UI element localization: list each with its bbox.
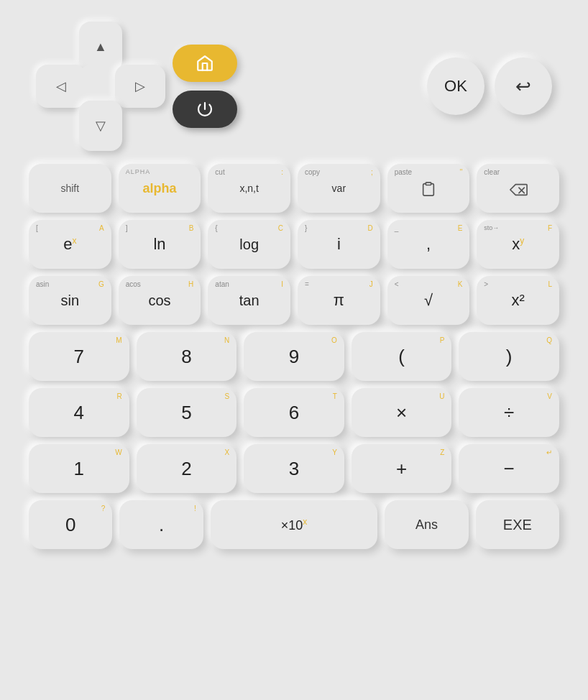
cut-top: cut <box>215 169 224 176</box>
key-1-label: 1 <box>74 459 84 478</box>
xy-label: xy <box>512 236 524 252</box>
key-3[interactable]: Y 3 <box>244 444 344 493</box>
key-6-label: 6 <box>289 403 299 422</box>
plus-button[interactable]: Z + <box>352 444 452 493</box>
dpad: ▲ ◁ ▷ ▽ <box>36 22 165 151</box>
tan-label: tan <box>239 293 259 308</box>
key-2-label: 2 <box>181 459 191 478</box>
comma-top: _ <box>395 225 399 232</box>
power-button[interactable] <box>173 91 237 128</box>
alpha-button[interactable]: ALPHA alpha <box>119 164 201 213</box>
lparen-alpha: P <box>440 337 445 344</box>
row-3: asin G sin acos H cos atan I tan = J π < <box>29 276 559 325</box>
i-bracket: } <box>305 225 307 232</box>
paste-top: paste <box>395 169 412 176</box>
x10x-button[interactable]: ×10x <box>211 500 378 549</box>
key-9-alpha: O <box>331 337 337 344</box>
xy-button[interactable]: sto→ F xy <box>477 220 559 269</box>
ln-alpha: B <box>189 225 194 232</box>
key-5-label: 5 <box>181 403 191 422</box>
right-top: OK ↩ <box>427 57 552 115</box>
key-8-label: 8 <box>181 347 191 366</box>
dpad-down-button[interactable]: ▽ <box>79 101 122 151</box>
cut-button[interactable]: cut : x,n,t <box>208 164 290 213</box>
exe-button[interactable]: EXE <box>476 500 559 549</box>
xy-top: sto→ <box>484 225 499 231</box>
home-button[interactable] <box>173 45 237 82</box>
mid-top <box>173 45 237 128</box>
ans-label: Ans <box>415 518 438 531</box>
log-button[interactable]: { C log <box>208 220 290 269</box>
cos-top: acos <box>126 281 141 288</box>
sqrt-top: < <box>395 281 399 288</box>
i-label: i <box>337 236 341 252</box>
dpad-right-button[interactable]: ▷ <box>115 65 165 108</box>
key-4-label: 4 <box>74 403 84 422</box>
row-1: shift ALPHA alpha cut : x,n,t copy ; var… <box>29 164 559 213</box>
cut-alpha: : <box>281 169 283 176</box>
minus-alpha: ↵ <box>546 449 552 456</box>
left-arrow-icon: ◁ <box>56 80 66 93</box>
comma-label: , <box>426 236 431 252</box>
ex-bracket: [ <box>36 225 38 232</box>
key-7-alpha: M <box>116 337 121 344</box>
pi-button[interactable]: = J π <box>298 276 380 325</box>
sin-alpha: G <box>98 281 104 288</box>
ln-label: ln <box>153 236 165 252</box>
key-7[interactable]: M 7 <box>29 332 129 381</box>
back-button[interactable]: ↩ <box>495 57 552 115</box>
dot-button[interactable]: ! . <box>119 500 203 549</box>
backspace-icon <box>509 182 528 198</box>
sqrt-button[interactable]: < K √ <box>387 276 470 325</box>
key-6[interactable]: T 6 <box>244 388 344 437</box>
ok-button[interactable]: OK <box>427 57 484 115</box>
shift-label: shift <box>60 183 79 193</box>
alpha-top-label: ALPHA <box>126 169 151 175</box>
log-bracket: { <box>215 225 217 232</box>
row-4: M 7 N 8 O 9 P ( Q ) <box>29 332 559 381</box>
paste-button[interactable]: paste " <box>387 164 470 213</box>
divide-button[interactable]: V ÷ <box>459 388 559 437</box>
copy-button[interactable]: copy ; var <box>298 164 380 213</box>
rparen-button[interactable]: Q ) <box>459 332 559 381</box>
log-label: log <box>239 237 259 252</box>
ok-label: OK <box>444 78 467 94</box>
key-5-alpha: S <box>225 393 230 400</box>
key-0[interactable]: ? 0 <box>29 500 112 549</box>
minus-button[interactable]: ↵ − <box>459 444 559 493</box>
keyboard: shift ALPHA alpha cut : x,n,t copy ; var… <box>29 164 559 549</box>
comma-button[interactable]: _ E , <box>387 220 470 269</box>
ex-button[interactable]: [ A ex <box>29 220 111 269</box>
top-section: ▲ ◁ ▷ ▽ <box>29 22 559 151</box>
ln-button[interactable]: ] B ln <box>119 220 201 269</box>
key-4[interactable]: R 4 <box>29 388 129 437</box>
multiply-button[interactable]: U × <box>352 388 452 437</box>
svg-rect-0 <box>426 183 431 185</box>
key-5[interactable]: S 5 <box>137 388 237 437</box>
sin-button[interactable]: asin G sin <box>29 276 111 325</box>
key-8[interactable]: N 8 <box>137 332 237 381</box>
pi-top: = <box>305 281 309 288</box>
lparen-button[interactable]: P ( <box>352 332 452 381</box>
ex-alpha: A <box>99 225 104 232</box>
x2-top: > <box>484 281 488 288</box>
clear-button[interactable]: clear <box>477 164 559 213</box>
up-arrow-icon: ▲ <box>94 40 107 53</box>
tan-button[interactable]: atan I tan <box>208 276 290 325</box>
x2-button[interactable]: > L x² <box>477 276 559 325</box>
key-2[interactable]: X 2 <box>137 444 237 493</box>
calculator: ▲ ◁ ▷ ▽ <box>0 0 588 700</box>
key-3-label: 3 <box>289 459 299 478</box>
key-9[interactable]: O 9 <box>244 332 344 381</box>
key-1[interactable]: W 1 <box>29 444 129 493</box>
cos-button[interactable]: acos H cos <box>119 276 201 325</box>
x10x-label: ×10x <box>281 517 308 532</box>
copy-alpha: ; <box>371 169 373 176</box>
shift-button[interactable]: shift <box>29 164 111 213</box>
i-button[interactable]: } D i <box>298 220 380 269</box>
log-alpha: C <box>278 225 283 232</box>
row-7: ? 0 ! . ×10x Ans EXE <box>29 500 559 549</box>
plus-label: + <box>396 459 407 478</box>
comma-alpha: E <box>458 225 463 232</box>
ans-button[interactable]: Ans <box>385 500 468 549</box>
